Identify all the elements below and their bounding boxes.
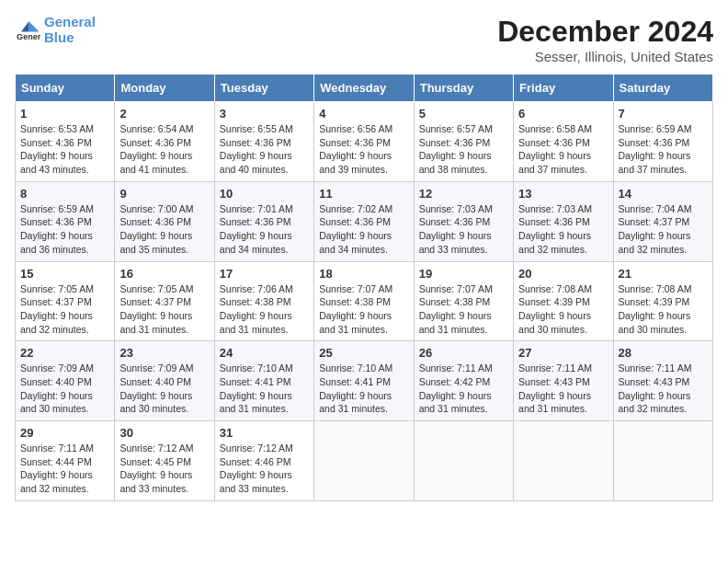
day-number: 19 [419,267,508,281]
day-number: 17 [220,267,309,281]
table-row: 6 Sunrise: 6:58 AM Sunset: 4:36 PM Dayli… [514,102,613,182]
sunset-label: Sunset: 4:36 PM [20,137,92,148]
table-row [514,421,613,501]
daylight-label: Daylight: 9 hours and 36 minutes. [20,230,93,255]
day-number: 22 [20,346,109,360]
day-number: 11 [319,187,408,201]
day-info: Sunrise: 7:10 AM Sunset: 4:41 PM Dayligh… [319,362,408,416]
daylight-label: Daylight: 9 hours and 33 minutes. [220,469,292,494]
daylight-label: Daylight: 9 hours and 39 minutes. [319,150,392,175]
header-tuesday: Tuesday [214,75,313,102]
table-row: 29 Sunrise: 7:11 AM Sunset: 4:44 PM Dayl… [16,421,115,501]
sunrise-label: Sunrise: 7:11 AM [419,362,493,373]
table-row: 27 Sunrise: 7:11 AM Sunset: 4:43 PM Dayl… [514,341,613,421]
sunrise-label: Sunrise: 7:10 AM [319,362,392,373]
day-number: 10 [220,187,309,201]
sunset-label: Sunset: 4:36 PM [220,216,291,227]
sunrise-label: Sunrise: 7:07 AM [419,283,493,294]
day-number: 5 [419,107,508,121]
day-number: 25 [319,346,408,360]
daylight-label: Daylight: 9 hours and 37 minutes. [518,150,591,175]
table-row: 24 Sunrise: 7:10 AM Sunset: 4:41 PM Dayl… [214,341,313,421]
day-number: 30 [119,426,209,440]
table-row: 20 Sunrise: 7:08 AM Sunset: 4:39 PM Dayl… [514,261,613,341]
day-info: Sunrise: 7:07 AM Sunset: 4:38 PM Dayligh… [419,282,508,337]
table-row: 17 Sunrise: 7:06 AM Sunset: 4:38 PM Dayl… [214,261,313,341]
table-row: 21 Sunrise: 7:08 AM Sunset: 4:39 PM Dayl… [613,261,712,341]
sunset-label: Sunset: 4:40 PM [119,376,191,387]
table-row: 19 Sunrise: 7:07 AM Sunset: 4:38 PM Dayl… [414,261,513,341]
sunset-label: Sunset: 4:36 PM [319,216,391,227]
daylight-label: Daylight: 9 hours and 30 minutes. [20,390,93,415]
day-number: 15 [20,267,109,281]
day-info: Sunrise: 7:04 AM Sunset: 4:37 PM Dayligh… [619,202,708,257]
day-info: Sunrise: 7:06 AM Sunset: 4:38 PM Dayligh… [220,282,309,337]
daylight-label: Daylight: 9 hours and 31 minutes. [319,310,392,335]
sunrise-label: Sunrise: 7:04 AM [619,203,692,214]
day-number: 9 [119,187,209,201]
day-number: 16 [119,267,209,281]
logo-text-general: General [44,15,96,30]
sunrise-label: Sunrise: 6:59 AM [619,123,692,134]
sunrise-label: Sunrise: 7:08 AM [518,283,592,294]
sunset-label: Sunset: 4:36 PM [319,137,391,148]
table-row: 8 Sunrise: 6:59 AM Sunset: 4:36 PM Dayli… [16,181,115,261]
day-info: Sunrise: 7:07 AM Sunset: 4:38 PM Dayligh… [319,282,408,337]
daylight-label: Daylight: 9 hours and 43 minutes. [20,150,93,175]
calendar-week-row: 8 Sunrise: 6:59 AM Sunset: 4:36 PM Dayli… [16,181,713,261]
daylight-label: Daylight: 9 hours and 32 minutes. [20,469,93,494]
header-friday: Friday [514,75,613,102]
day-number: 23 [119,346,209,360]
daylight-label: Daylight: 9 hours and 31 minutes. [419,310,492,335]
day-info: Sunrise: 6:59 AM Sunset: 4:36 PM Dayligh… [20,202,109,257]
sunset-label: Sunset: 4:37 PM [619,216,690,227]
sunrise-label: Sunrise: 7:02 AM [319,203,392,214]
sunset-label: Sunset: 4:39 PM [518,296,590,307]
sunrise-label: Sunrise: 7:05 AM [20,283,94,294]
logo-text-blue: Blue [44,30,96,46]
sunrise-label: Sunrise: 7:03 AM [518,203,592,214]
daylight-label: Daylight: 9 hours and 32 minutes. [619,230,691,255]
sunrise-label: Sunrise: 7:11 AM [518,362,592,373]
table-row: 7 Sunrise: 6:59 AM Sunset: 4:36 PM Dayli… [613,102,712,182]
day-info: Sunrise: 6:57 AM Sunset: 4:36 PM Dayligh… [419,122,508,177]
sunrise-label: Sunrise: 6:53 AM [20,123,94,134]
table-row: 18 Sunrise: 7:07 AM Sunset: 4:38 PM Dayl… [314,261,414,341]
daylight-label: Daylight: 9 hours and 31 minutes. [119,310,192,335]
daylight-label: Daylight: 9 hours and 33 minutes. [119,469,192,494]
daylight-label: Daylight: 9 hours and 32 minutes. [20,310,93,335]
day-info: Sunrise: 7:09 AM Sunset: 4:40 PM Dayligh… [20,362,109,416]
sunset-label: Sunset: 4:38 PM [220,296,291,307]
sunset-label: Sunset: 4:36 PM [20,216,92,227]
day-info: Sunrise: 7:05 AM Sunset: 4:37 PM Dayligh… [20,282,109,337]
daylight-label: Daylight: 9 hours and 35 minutes. [119,230,192,255]
table-row: 9 Sunrise: 7:00 AM Sunset: 4:36 PM Dayli… [115,181,214,261]
sunrise-label: Sunrise: 7:06 AM [220,283,293,294]
day-number: 12 [419,187,508,201]
sunset-label: Sunset: 4:36 PM [518,216,590,227]
daylight-label: Daylight: 9 hours and 31 minutes. [220,390,292,415]
calendar-week-row: 15 Sunrise: 7:05 AM Sunset: 4:37 PM Dayl… [16,261,713,341]
day-number: 31 [220,426,309,440]
table-row [414,421,513,501]
daylight-label: Daylight: 9 hours and 34 minutes. [319,230,392,255]
sunrise-label: Sunrise: 7:07 AM [319,283,392,294]
day-number: 1 [20,107,109,121]
daylight-label: Daylight: 9 hours and 37 minutes. [619,150,691,175]
table-row: 11 Sunrise: 7:02 AM Sunset: 4:36 PM Dayl… [314,181,414,261]
sunset-label: Sunset: 4:37 PM [119,296,191,307]
sunrise-label: Sunrise: 7:00 AM [119,203,193,214]
logo: General General Blue [15,15,96,45]
day-number: 2 [119,107,209,121]
header-saturday: Saturday [613,75,712,102]
sunset-label: Sunset: 4:38 PM [419,296,491,307]
sunset-label: Sunset: 4:36 PM [419,216,491,227]
sunset-label: Sunset: 4:42 PM [419,376,491,387]
sunrise-label: Sunrise: 7:01 AM [220,203,293,214]
sunset-label: Sunset: 4:40 PM [20,376,92,387]
table-row: 28 Sunrise: 7:11 AM Sunset: 4:43 PM Dayl… [613,341,712,421]
day-number: 27 [518,346,608,360]
day-info: Sunrise: 7:00 AM Sunset: 4:36 PM Dayligh… [119,202,209,257]
daylight-label: Daylight: 9 hours and 30 minutes. [619,310,691,335]
sunrise-label: Sunrise: 6:58 AM [518,123,592,134]
